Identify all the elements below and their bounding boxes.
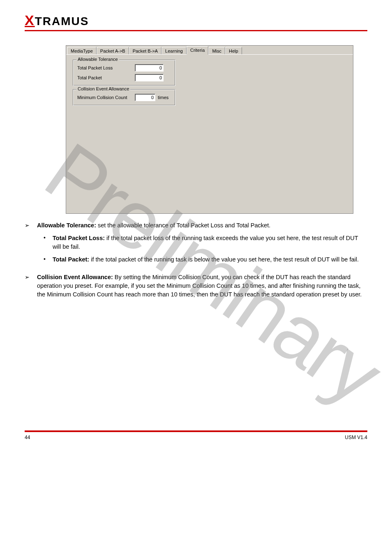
groupbox-collision-event-allowance: Collision Event Allowance Minimum Collis… <box>73 89 175 106</box>
footer-version: USM V1.4 <box>345 435 367 440</box>
footer: 44 USM V1.4 <box>25 430 367 440</box>
arrow-icon: ➢ <box>25 273 37 299</box>
label-minimum-collision-count: Minimum Collision Count <box>77 95 135 100</box>
label-total-packet-loss: Total Packet Loss <box>77 65 135 70</box>
text-bullet-total-packet: if the total packet of the running task … <box>89 256 359 263</box>
tab-bar: MediaType Packet A->B Packet B->A Learni… <box>66 46 353 55</box>
logo: XTRAMUS <box>25 12 367 28</box>
input-minimum-collision-count[interactable] <box>135 94 155 101</box>
text-allowable-tolerance-intro: set the allowable tolerance of Total Pac… <box>96 222 270 229</box>
input-total-packet[interactable] <box>135 74 164 81</box>
heading-allowable-tolerance: Allowable Tolerance: <box>37 222 96 229</box>
tab-mediatype[interactable]: MediaType <box>67 47 97 55</box>
label-bullet-total-packet-loss: Total Packet Loss: <box>53 235 105 241</box>
logo-rest: TRAMUS <box>35 15 89 28</box>
tab-learning[interactable]: Learning <box>161 47 187 55</box>
label-total-packet: Total Packet <box>77 75 135 80</box>
tab-packet-a-b[interactable]: Packet A->B <box>97 47 129 55</box>
document-body: ➢ Allowable Tolerance: set the allowable… <box>25 221 367 299</box>
bullet-icon: • <box>44 255 53 264</box>
arrow-icon: ➢ <box>25 221 37 230</box>
tab-criteria[interactable]: Criteria <box>187 46 208 55</box>
footer-divider <box>25 430 367 432</box>
groupbox-allowable-tolerance: Allowable Tolerance Total Packet Loss To… <box>73 60 175 86</box>
tab-packet-b-a[interactable]: Packet B->A <box>129 47 161 55</box>
label-bullet-total-packet: Total Packet: <box>53 256 89 263</box>
header-divider <box>25 30 367 31</box>
criteria-dialog: MediaType Packet A->B Packet B->A Learni… <box>66 45 353 214</box>
unit-times: times <box>158 95 168 100</box>
tab-misc[interactable]: Misc <box>208 47 225 55</box>
legend-allowable-tolerance: Allowable Tolerance <box>76 57 119 62</box>
tab-panel-criteria: Allowable Tolerance Total Packet Loss To… <box>66 54 353 213</box>
tab-help[interactable]: Help <box>225 47 242 55</box>
legend-collision-event-allowance: Collision Event Allowance <box>76 86 130 91</box>
input-total-packet-loss[interactable] <box>135 64 164 72</box>
heading-collision-event-allowance: Collision Event Allowance: <box>37 274 113 280</box>
bullet-icon: • <box>44 234 53 251</box>
footer-page-number: 44 <box>25 435 30 440</box>
logo-x: X <box>25 12 35 28</box>
